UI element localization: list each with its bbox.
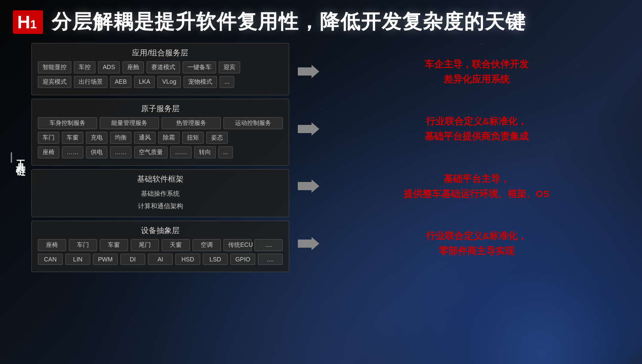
arrows-column bbox=[296, 43, 321, 272]
device-item-14: LSD bbox=[203, 254, 228, 265]
device-item-10: PWM bbox=[93, 254, 118, 265]
device-row2: CAN LIN PWM DI AI HSD LSD GPIO .... bbox=[38, 254, 283, 265]
atomic-item-3: 运动控制服务 bbox=[223, 117, 283, 129]
atomic-item-11: 姿态 bbox=[206, 132, 228, 144]
device-item-16: .... bbox=[258, 254, 283, 265]
foundation-layer-box: 基础软件框架 基础操作系统 计算和通信架构 bbox=[31, 169, 289, 217]
atomic-item-14: 供电 bbox=[86, 146, 107, 158]
device-item-4: 天窗 bbox=[162, 239, 190, 251]
atomic-item-2: 热管理服务 bbox=[162, 117, 221, 129]
app-layer-box: 应用/组合服务层 智能显控 车控 ADS 座舱 赛道模式 一键备车 迎宾 迎宾模… bbox=[31, 43, 289, 95]
atomic-item-4: 车门 bbox=[38, 132, 59, 144]
device-item-6: 传统ECU bbox=[223, 239, 252, 251]
atomic-item-1: 能量管理服务 bbox=[100, 117, 159, 129]
svg-text:H: H bbox=[17, 12, 30, 32]
atomic-item-6: 充电 bbox=[86, 132, 107, 144]
app-item-1: 车控 bbox=[74, 61, 95, 73]
app-item-10: LKA bbox=[134, 76, 155, 88]
device-item-12: AI bbox=[148, 254, 173, 265]
desc-1: 行业联合定义&标准化， 基础平台提供商负责集成 bbox=[328, 114, 625, 144]
atomic-item-8: 通风 bbox=[134, 132, 156, 144]
arrow-2 bbox=[298, 179, 319, 194]
svg-text:1: 1 bbox=[30, 18, 37, 31]
arrow-0 bbox=[298, 64, 319, 79]
atomic-item-10: 扭矩 bbox=[182, 132, 204, 144]
atomic-item-19: ... bbox=[218, 146, 233, 158]
atomic-item-12: 座椅 bbox=[38, 146, 59, 158]
atomic-row2: 车门 车窗 充电 均衡 通风 除霜 扭矩 姿态 bbox=[38, 132, 283, 144]
atomic-row1: 车身控制服务 能量管理服务 热管理服务 运动控制服务 bbox=[38, 117, 283, 129]
device-item-3: 尾门 bbox=[131, 239, 159, 251]
app-row2: 迎宾模式 出行场景 AEB LKA VLog 宠物模式 ... bbox=[38, 76, 283, 88]
app-item-7: 迎宾模式 bbox=[38, 76, 71, 88]
device-item-7: .... bbox=[254, 239, 283, 251]
atomic-item-0: 车身控制服务 bbox=[38, 117, 97, 129]
device-item-1: 车门 bbox=[69, 239, 97, 251]
svg-marker-3 bbox=[298, 65, 319, 78]
arrow-1 bbox=[298, 121, 319, 136]
desc-0: 车企主导，联合伙伴开发 差异化应用系统 bbox=[328, 57, 625, 87]
app-item-5: 一键备车 bbox=[183, 61, 216, 73]
app-row1: 智能显控 车控 ADS 座舱 赛道模式 一键备车 迎宾 bbox=[38, 61, 283, 73]
desc-1-line1: 行业联合定义&标准化， bbox=[328, 114, 625, 129]
device-item-2: 车窗 bbox=[100, 239, 128, 251]
page-title: 分层解耦是提升软件复用性，降低开发复杂度的天键 bbox=[52, 9, 526, 35]
atomic-item-17: …… bbox=[170, 146, 192, 158]
svg-marker-6 bbox=[298, 237, 319, 250]
app-item-11: VLog bbox=[157, 76, 181, 88]
svg-marker-4 bbox=[298, 122, 319, 136]
desc-0-line1: 车企主导，联合伙伴开发 bbox=[328, 57, 625, 72]
desc-1-line2: 基础平台提供商负责集成 bbox=[328, 129, 625, 144]
app-layer-title: 应用/组合服务层 bbox=[38, 48, 283, 58]
app-item-6: 迎宾 bbox=[219, 61, 240, 73]
main-layout: 工具链 应用/组合服务层 智能显控 车控 ADS 座舱 赛道模式 一键备车 迎宾… bbox=[13, 43, 625, 272]
atomic-item-15: …… bbox=[110, 146, 131, 158]
foundation-layer-title: 基础软件框架 bbox=[38, 174, 283, 184]
desc-0-line2: 差异化应用系统 bbox=[328, 72, 625, 87]
toolchain-label-container: 工具链 bbox=[13, 43, 25, 272]
device-item-8: CAN bbox=[38, 254, 63, 265]
desc-2-line1: 基础平台主导， bbox=[328, 171, 625, 186]
atomic-row3: 座椅 …… 供电 …… 空气质量 …… 转向 ... bbox=[38, 146, 283, 158]
app-item-8: 出行场景 bbox=[74, 76, 107, 88]
device-layer-title: 设备抽象层 bbox=[38, 225, 283, 236]
foundation-sub1: 基础操作系统 bbox=[38, 188, 283, 200]
desc-3: 行业联合定义&标准化， 零部件商主导实现 bbox=[328, 228, 625, 258]
atomic-item-9: 除霜 bbox=[158, 132, 180, 144]
diagram-area: 应用/组合服务层 智能显控 车控 ADS 座舱 赛道模式 一键备车 迎宾 迎宾模… bbox=[31, 43, 289, 272]
device-row1: 座椅 车门 车窗 尾门 天窗 空调 传统ECU .... bbox=[38, 239, 283, 251]
app-item-12: 宠物模式 bbox=[183, 76, 217, 88]
header: H 1 分层解耦是提升软件复用性，降低开发复杂度的天键 bbox=[13, 9, 625, 35]
atomic-item-5: 车窗 bbox=[62, 132, 83, 144]
logo: H 1 bbox=[13, 10, 43, 34]
desc-2-line2: 提供整车基础运行环境、框架、OS bbox=[328, 186, 625, 201]
app-item-13: ... bbox=[220, 76, 234, 88]
device-item-11: DI bbox=[120, 254, 145, 265]
toolchain-text: 工具链 bbox=[11, 152, 27, 163]
atomic-item-13: …… bbox=[62, 146, 83, 158]
device-item-15: GPIO bbox=[230, 254, 255, 265]
app-item-2: ADS bbox=[98, 61, 120, 73]
atomic-item-16: 空气质量 bbox=[134, 146, 168, 158]
descriptions-column: 车企主导，联合伙伴开发 差异化应用系统 行业联合定义&标准化， 基础平台提供商负… bbox=[328, 43, 625, 272]
device-item-0: 座椅 bbox=[38, 239, 66, 251]
atomic-item-18: 转向 bbox=[194, 146, 216, 158]
arrow-3 bbox=[298, 236, 319, 251]
device-item-13: HSD bbox=[175, 254, 200, 265]
desc-2: 基础平台主导， 提供整车基础运行环境、框架、OS bbox=[328, 171, 625, 201]
app-item-0: 智能显控 bbox=[38, 61, 71, 73]
app-item-3: 座舱 bbox=[122, 61, 144, 73]
svg-marker-5 bbox=[298, 179, 319, 193]
device-item-5: 空调 bbox=[193, 239, 221, 251]
foundation-sub2: 计算和通信架构 bbox=[38, 200, 283, 212]
page-content: H 1 分层解耦是提升软件复用性，降低开发复杂度的天键 工具链 应用/组合服务层… bbox=[0, 0, 642, 364]
device-item-9: LIN bbox=[65, 254, 90, 265]
desc-3-line1: 行业联合定义&标准化， bbox=[328, 228, 625, 243]
desc-3-line2: 零部件商主导实现 bbox=[328, 243, 625, 258]
app-item-9: AEB bbox=[110, 76, 131, 88]
atomic-item-7: 均衡 bbox=[110, 132, 131, 144]
app-item-4: 赛道模式 bbox=[147, 61, 180, 73]
device-layer-box: 设备抽象层 座椅 车门 车窗 尾门 天窗 空调 传统ECU .... CAN L… bbox=[31, 221, 289, 272]
atomic-layer-title: 原子服务层 bbox=[38, 103, 283, 114]
atomic-layer-box: 原子服务层 车身控制服务 能量管理服务 热管理服务 运动控制服务 车门 车窗 充… bbox=[31, 99, 289, 166]
